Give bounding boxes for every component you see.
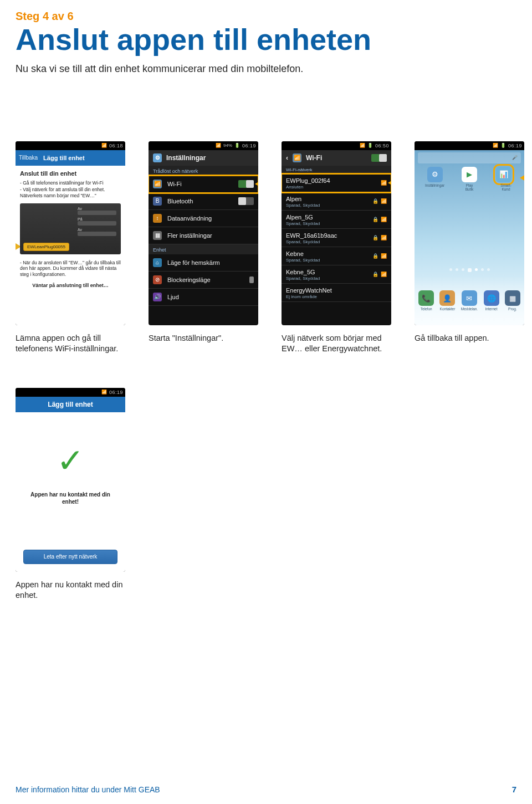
network-status: Sparad, Skyddad [286,258,387,263]
col-2: 📶 94% 🔋 06:19 ⚙ Inställningar Trådlöst o… [149,141,258,355]
network-item[interactable]: Kebne_5G Sparad, Skyddad 🔒📶 [282,265,391,284]
signal-icon: 📶 [101,143,107,148]
block-icon: ⊘ [153,275,162,284]
settings-row-sound[interactable]: 🔊 Ljud [149,289,258,306]
settings-row-more[interactable]: ▦ Fler inställningar [149,227,258,244]
app-body: Anslut till din enhet - Gå till telefone… [16,166,125,325]
clock: 06:19 [242,143,256,148]
app-label: Play Butik [462,183,477,191]
network-item[interactable]: Alpen_5G Sparad, Skyddad 🔒📶 [282,211,391,229]
settings-row-block[interactable]: ⊘ Blockeringsläge [149,272,258,289]
battery-icon: 🔋 [367,143,373,148]
dock-apps[interactable]: ▦ Prog. [505,290,520,311]
clock: 06:18 [109,143,123,148]
statusbar: 📶 🔋 06:19 [415,141,524,150]
messages-icon: ✉ [462,290,477,306]
caption: Välj nätverk som börjar med EW… eller En… [282,333,391,355]
signal-icon: 📶 [216,143,221,148]
app-smartkund[interactable]: 📊 [496,167,511,182]
signal-icon: 📶 [493,143,498,148]
google-search-widget[interactable]: 🎤 [418,152,521,163]
wifi-signal-icon: 📶 [381,235,387,240]
wifi-signal-icon: 📶 [381,217,387,222]
section-label: Enhet [149,244,258,254]
apps-grid-icon: ▦ [505,290,520,306]
back-chevron-icon[interactable]: ‹ [286,154,288,162]
settings-header: ⚙ Inställningar [149,150,258,166]
page-indicator [415,268,524,272]
network-name: Alpen [286,196,387,202]
dock-contacts[interactable]: 👤 Kontakter [439,290,455,311]
contacts-icon: 👤 [439,290,455,306]
ssid-highlight: EWLeanPlug00055 [23,243,69,251]
signal-icon: 📶 [101,390,107,395]
settings-label: Fler inställningar [167,232,254,239]
settings-row-data[interactable]: ↕ Dataanvändning [149,210,258,227]
network-name: EnergyWatchNet [286,287,387,294]
app-settings[interactable]: ⚙ [427,167,443,182]
back-button[interactable]: Tillbaka [19,155,38,161]
dock-label: Meddelan. [461,307,478,311]
network-status: Sparad, Skyddad [286,221,387,226]
wifi-signal-icon: 📶 [381,180,387,186]
wifi-subheader: Wi-Fi-nätverk [282,166,391,174]
statusbar: 📶 🔋 06:50 [282,141,391,150]
dock-messages[interactable]: ✉ Meddelan. [461,290,478,311]
gear-icon: ⚙ [153,153,162,162]
bluetooth-toggle[interactable] [238,197,254,205]
app-play-store[interactable]: ▶ [462,167,477,182]
block-toggle[interactable] [249,276,254,283]
settings-row-wifi[interactable]: 📶 Wi-Fi [149,176,258,193]
screenshot-success: 📶 06:19 Lägg till enhet ✓ Appen har nu k… [16,388,125,572]
step-label: Steg 4 av 6 [16,10,516,23]
network-item[interactable]: EWR_16a61b9aac Sparad, Skyddad 🔒📶 [282,229,391,247]
clock: 06:19 [109,390,123,395]
screenshot-app-anslut: 📶 06:18 Tillbaka Lägg till enhet Anslut … [16,141,125,325]
screenshot-row-1: 📶 06:18 Tillbaka Lägg till enhet Anslut … [16,141,516,355]
header-title: Lägg till enhet [48,401,93,408]
network-status: Sparad, Skyddad [286,276,387,281]
settings-row-bluetooth[interactable]: B Bluetooth [149,193,258,210]
network-name: Alpen_5G [286,214,387,221]
screenshot-wifi-list: 📶 🔋 06:50 ‹ 📶 Wi-Fi Wi-Fi-nätverk EWPlug… [282,141,391,325]
section-label: Trådlöst och nätverk [149,166,258,176]
lock-icon: 🔒 [372,235,378,240]
wifi-signal-icon: 📶 [381,198,387,204]
network-item[interactable]: Kebne Sparad, Skyddad 🔒📶 [282,247,391,265]
list-item: - Välj nätverk för att ansluta till din … [20,187,121,198]
screenshot-home: 📶 🔋 06:19 🎤 ⚙ ▶ 📊 Inställningar [415,141,524,325]
search-network-button[interactable]: Leta efter nytt nätverk [23,550,117,564]
wifi-icon: 📶 [153,180,162,188]
network-status: Ej inom område [286,294,387,299]
settings-label: Läge för hemskärm [167,259,254,266]
network-status: Sparad, Skyddad [286,239,387,244]
wifi-signal-icon: 📶 [381,272,387,277]
wifi-header: ‹ 📶 Wi-Fi [282,150,391,166]
settings-row-home[interactable]: ⌂ Läge för hemskärm [149,254,258,272]
col-1: 📶 06:18 Tillbaka Lägg till enhet Anslut … [16,141,125,355]
wifi-toggle[interactable] [238,180,254,188]
clock: 06:50 [375,143,389,148]
bluetooth-icon: B [153,197,162,206]
settings-label: Blockeringsläge [167,276,244,283]
screenshot-settings: 📶 94% 🔋 06:19 ⚙ Inställningar Trådlöst o… [149,141,258,325]
home-app-row: ⚙ ▶ 📊 [415,167,524,182]
data-usage-icon: ↕ [153,214,162,223]
network-item[interactable]: Alpen Sparad, Skyddad 🔒📶 [282,192,391,211]
battery-icon: 🔋 [500,143,506,148]
settings-title: Inställningar [166,154,206,162]
intro-text: Nu ska vi se till att din enhet kommunic… [16,63,516,75]
caption: Lämna appen och gå till telefonens WiFi-… [16,333,125,355]
dock-phone[interactable]: 📞 Telefon [418,290,434,311]
network-item-highlight[interactable]: EWPlug_002f64 Ansluten 📶 [282,174,391,192]
wifi-master-toggle[interactable] [371,154,387,162]
network-item[interactable]: EnergyWatchNet Ej inom område [282,284,391,302]
dock-internet[interactable]: 🌐 Internet [484,290,499,311]
clock: 06:19 [508,143,522,148]
footer-note: - När du är ansluten till "EW…" går du t… [20,260,121,278]
screenshot-row-2: 📶 06:19 Lägg till enhet ✓ Appen har nu k… [16,388,516,601]
home-app-labels: Inställningar Play Butik Smart-Kund [415,183,524,191]
dock-label: Kontakter [440,307,456,311]
microphone-icon[interactable]: 🎤 [512,155,518,160]
app-header: Lägg till enhet [16,397,125,412]
